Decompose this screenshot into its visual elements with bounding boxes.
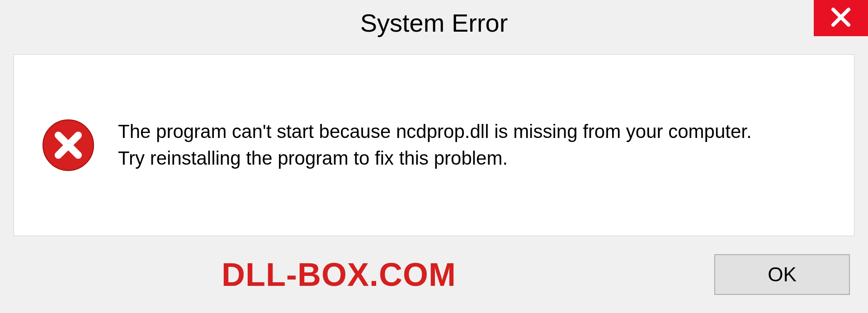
close-button[interactable]	[814, 0, 868, 36]
dialog-footer: DLL-BOX.COM OK	[0, 236, 868, 313]
watermark-text: DLL-BOX.COM	[222, 256, 456, 293]
error-message-line2: Try reinstalling the program to fix this…	[118, 145, 827, 172]
ok-button[interactable]: OK	[714, 254, 850, 295]
error-message-line1: The program can't start because ncdprop.…	[118, 119, 827, 145]
close-icon	[830, 6, 852, 30]
message-area: The program can't start because ncdprop.…	[118, 119, 827, 172]
titlebar: System Error	[0, 0, 868, 45]
error-dialog: System Error The program can't start bec…	[0, 0, 868, 313]
dialog-title: System Error	[360, 8, 508, 38]
content-panel: The program can't start because ncdprop.…	[14, 54, 854, 236]
error-icon	[41, 118, 95, 172]
